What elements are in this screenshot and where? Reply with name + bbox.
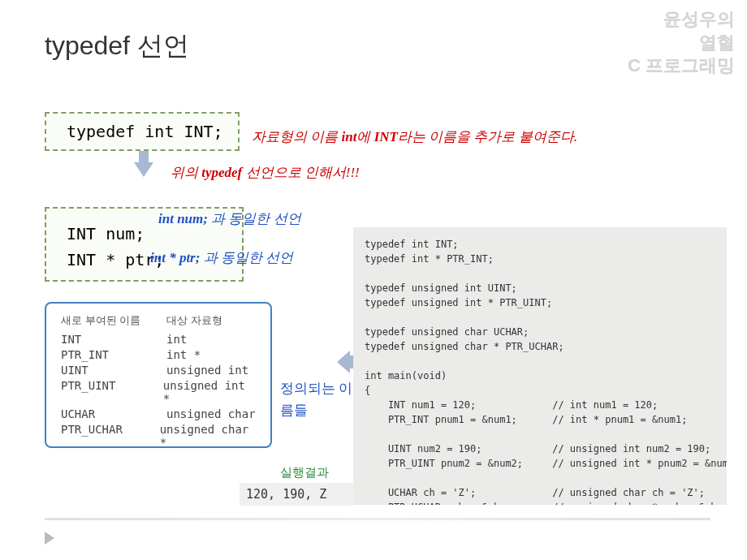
page-title: typedef 선언: [45, 28, 189, 64]
typedef-decl-text: typedef int INT;: [67, 122, 223, 141]
code-block: typedef int INT; typedef int * PTR_INT; …: [353, 227, 727, 505]
annotation-blue-1: int num; 과 동일한 선언: [158, 209, 345, 230]
table-row: UINTunsigned int: [61, 364, 256, 377]
watermark: 윤성우의 열혈 C 프로그래밍: [628, 8, 735, 78]
table-header: 새로 부여된 이름 대상 자료형: [61, 313, 256, 328]
arrow-down-icon: [134, 162, 153, 177]
table-header-1: 새로 부여된 이름: [61, 313, 166, 328]
divider: [45, 518, 710, 520]
typedef-declaration-box: typedef int INT;: [45, 112, 240, 151]
annotation-red-1: 자료형의 이름 int에 INT라는 이름을 추가로 붙여준다.: [252, 127, 577, 146]
label-defined-names: 정의되는 이름들: [280, 377, 353, 421]
watermark-line3: C 프로그래밍: [628, 54, 735, 78]
annotation-blue-2: int * ptr; 과 동일한 선언: [150, 248, 337, 269]
table-row: INTint: [61, 333, 256, 346]
table-header-2: 대상 자료형: [166, 313, 222, 328]
annotation-red-2: 위의 typedef 선언으로 인해서!!!: [171, 162, 390, 183]
execution-result: 120, 190, Z: [240, 483, 353, 506]
table-row: UCHARunsigned char: [61, 407, 256, 420]
watermark-line2: 열혈: [628, 32, 735, 55]
table-row: PTR_UINTunsigned int *: [61, 379, 256, 405]
label-execution-result: 실행결과: [280, 465, 329, 480]
typedef-table: 새로 부여된 이름 대상 자료형 INTint PTR_INTint * UIN…: [45, 302, 272, 448]
watermark-line1: 윤성우의: [628, 8, 735, 32]
page-marker-icon: [45, 532, 54, 545]
table-row: PTR_INTint *: [61, 348, 256, 361]
table-row: PTR_UCHARunsigned char *: [61, 423, 256, 449]
